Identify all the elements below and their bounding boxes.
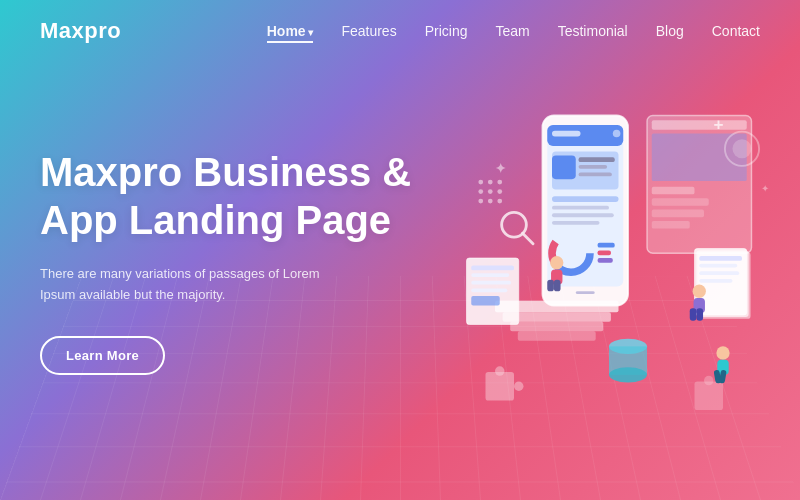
svg-point-56 xyxy=(693,285,706,298)
hero-description: There are many variations of passages of… xyxy=(40,264,340,306)
nav-links: Home Features Pricing Team Testimonial B… xyxy=(267,22,760,40)
nav-item-blog[interactable]: Blog xyxy=(656,22,684,40)
svg-point-77 xyxy=(497,199,502,204)
nav-item-features[interactable]: Features xyxy=(341,22,396,40)
svg-rect-35 xyxy=(471,288,507,292)
svg-rect-3 xyxy=(652,187,695,195)
svg-rect-58 xyxy=(690,308,697,320)
hero-content: Maxpro Business & App Landing Page There… xyxy=(40,148,420,375)
svg-rect-25 xyxy=(598,258,613,263)
svg-point-46 xyxy=(609,367,647,382)
svg-rect-18 xyxy=(552,206,609,210)
svg-point-11 xyxy=(613,130,621,138)
nav-link-blog[interactable]: Blog xyxy=(656,23,684,39)
svg-rect-43 xyxy=(699,279,732,283)
svg-rect-48 xyxy=(495,366,505,376)
svg-text:✦: ✦ xyxy=(495,161,506,176)
svg-rect-20 xyxy=(552,221,600,225)
svg-rect-29 xyxy=(510,322,603,332)
svg-point-74 xyxy=(497,189,502,194)
svg-point-52 xyxy=(550,256,563,269)
svg-rect-41 xyxy=(699,264,737,268)
nav-link-features[interactable]: Features xyxy=(341,23,396,39)
svg-rect-6 xyxy=(652,221,690,229)
nav-link-team[interactable]: Team xyxy=(495,23,529,39)
svg-rect-4 xyxy=(652,198,709,206)
nav-item-contact[interactable]: Contact xyxy=(712,22,760,40)
svg-point-60 xyxy=(716,346,729,359)
hero-section: Maxpro Home Features Pricing Team Testim… xyxy=(0,0,800,500)
svg-rect-42 xyxy=(699,271,739,275)
svg-rect-34 xyxy=(471,281,511,285)
nav-link-home[interactable]: Home xyxy=(267,23,314,43)
svg-rect-24 xyxy=(598,250,611,255)
nav-item-home[interactable]: Home xyxy=(267,22,314,40)
svg-rect-47 xyxy=(486,372,515,401)
nav-link-contact[interactable]: Contact xyxy=(712,23,760,39)
svg-rect-40 xyxy=(699,256,742,261)
svg-rect-55 xyxy=(554,280,561,291)
learn-more-button[interactable]: Learn More xyxy=(40,336,165,375)
svg-rect-36 xyxy=(471,296,500,306)
svg-point-73 xyxy=(488,189,493,194)
logo[interactable]: Maxpro xyxy=(40,18,121,44)
svg-rect-54 xyxy=(547,280,554,291)
navbar: Maxpro Home Features Pricing Team Testim… xyxy=(0,0,800,62)
svg-rect-16 xyxy=(579,173,612,177)
hero-title: Maxpro Business & App Landing Page xyxy=(40,148,420,244)
svg-rect-17 xyxy=(552,196,619,202)
svg-rect-10 xyxy=(552,131,581,137)
svg-rect-33 xyxy=(471,273,509,277)
nav-link-testimonial[interactable]: Testimonial xyxy=(558,23,628,39)
svg-rect-26 xyxy=(576,291,595,294)
svg-point-71 xyxy=(497,180,502,185)
svg-point-72 xyxy=(478,189,483,194)
svg-rect-32 xyxy=(471,266,514,271)
svg-point-75 xyxy=(478,199,483,204)
nav-item-team[interactable]: Team xyxy=(495,22,529,40)
svg-point-79 xyxy=(733,139,752,158)
svg-point-69 xyxy=(478,180,483,185)
svg-rect-14 xyxy=(579,157,615,162)
nav-item-testimonial[interactable]: Testimonial xyxy=(558,22,628,40)
svg-text:+: + xyxy=(714,115,724,134)
svg-rect-15 xyxy=(579,165,608,169)
svg-rect-51 xyxy=(704,376,714,386)
svg-rect-49 xyxy=(514,382,524,392)
svg-rect-19 xyxy=(552,213,614,217)
svg-text:✦: ✦ xyxy=(761,183,769,194)
svg-rect-2 xyxy=(652,134,747,182)
nav-item-pricing[interactable]: Pricing xyxy=(425,22,468,40)
svg-rect-5 xyxy=(652,210,704,218)
svg-rect-23 xyxy=(598,243,615,248)
nav-link-pricing[interactable]: Pricing xyxy=(425,23,468,39)
hero-illustration: + ✦ ✦ xyxy=(400,58,780,458)
svg-point-76 xyxy=(488,199,493,204)
svg-rect-30 xyxy=(518,331,596,341)
svg-rect-13 xyxy=(552,155,576,179)
svg-rect-1 xyxy=(652,120,747,130)
svg-line-65 xyxy=(523,233,533,243)
svg-rect-59 xyxy=(696,308,703,320)
svg-rect-50 xyxy=(695,382,724,411)
svg-point-70 xyxy=(488,180,493,185)
